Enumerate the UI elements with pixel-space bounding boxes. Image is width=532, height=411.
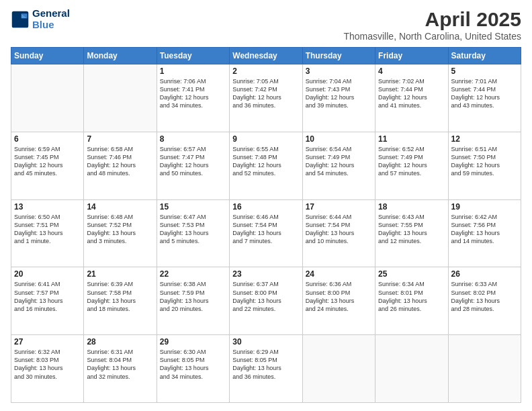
day-info: Sunrise: 6:55 AM Sunset: 7:48 PM Dayligh… (232, 145, 299, 178)
calendar-cell: 12Sunrise: 6:51 AM Sunset: 7:50 PM Dayli… (448, 132, 521, 199)
day-info: Sunrise: 7:02 AM Sunset: 7:44 PM Dayligh… (378, 77, 445, 110)
calendar-cell (375, 335, 448, 403)
calendar-week-row: 13Sunrise: 6:50 AM Sunset: 7:51 PM Dayli… (11, 199, 521, 267)
calendar-cell: 6Sunrise: 6:59 AM Sunset: 7:45 PM Daylig… (11, 132, 84, 199)
calendar-cell: 3Sunrise: 7:04 AM Sunset: 7:43 PM Daylig… (302, 64, 375, 132)
calendar-cell: 14Sunrise: 6:48 AM Sunset: 7:52 PM Dayli… (84, 199, 157, 267)
calendar-cell: 13Sunrise: 6:50 AM Sunset: 7:51 PM Dayli… (11, 199, 84, 267)
calendar-cell: 28Sunrise: 6:31 AM Sunset: 8:04 PM Dayli… (84, 335, 157, 403)
calendar-cell: 19Sunrise: 6:42 AM Sunset: 7:56 PM Dayli… (448, 199, 521, 267)
calendar-week-row: 1Sunrise: 7:06 AM Sunset: 7:41 PM Daylig… (11, 64, 521, 132)
day-number: 1 (160, 66, 226, 76)
calendar-cell: 5Sunrise: 7:01 AM Sunset: 7:44 PM Daylig… (448, 64, 521, 132)
day-number: 24 (306, 269, 372, 279)
main-title: April 2025 (343, 8, 521, 31)
day-number: 13 (14, 202, 81, 212)
day-info: Sunrise: 6:52 AM Sunset: 7:49 PM Dayligh… (378, 145, 445, 178)
day-info: Sunrise: 6:30 AM Sunset: 8:05 PM Dayligh… (160, 348, 226, 381)
day-number: 27 (14, 337, 81, 347)
day-info: Sunrise: 6:54 AM Sunset: 7:49 PM Dayligh… (306, 145, 372, 178)
day-number: 19 (451, 202, 518, 212)
calendar-cell: 8Sunrise: 6:57 AM Sunset: 7:47 PM Daylig… (157, 132, 229, 199)
calendar-cell: 25Sunrise: 6:34 AM Sunset: 8:01 PM Dayli… (375, 267, 448, 335)
calendar-cell: 4Sunrise: 7:02 AM Sunset: 7:44 PM Daylig… (375, 64, 448, 132)
day-number: 5 (451, 66, 518, 76)
calendar-cell: 9Sunrise: 6:55 AM Sunset: 7:48 PM Daylig… (230, 132, 302, 199)
calendar-header-row: SundayMondayTuesdayWednesdayThursdayFrid… (11, 48, 521, 64)
calendar-cell: 10Sunrise: 6:54 AM Sunset: 7:49 PM Dayli… (302, 132, 375, 199)
day-info: Sunrise: 6:48 AM Sunset: 7:52 PM Dayligh… (87, 213, 153, 246)
day-number: 12 (451, 134, 518, 144)
calendar-cell: 1Sunrise: 7:06 AM Sunset: 7:41 PM Daylig… (157, 64, 229, 132)
day-number: 23 (232, 269, 299, 279)
day-info: Sunrise: 6:32 AM Sunset: 8:03 PM Dayligh… (14, 348, 81, 381)
day-number: 18 (378, 202, 445, 212)
calendar-cell: 26Sunrise: 6:33 AM Sunset: 8:02 PM Dayli… (448, 267, 521, 335)
calendar-cell: 17Sunrise: 6:44 AM Sunset: 7:54 PM Dayli… (302, 199, 375, 267)
calendar-cell: 11Sunrise: 6:52 AM Sunset: 7:49 PM Dayli… (375, 132, 448, 199)
day-info: Sunrise: 6:37 AM Sunset: 8:00 PM Dayligh… (232, 280, 299, 313)
day-info: Sunrise: 6:50 AM Sunset: 7:51 PM Dayligh… (14, 213, 81, 246)
day-number: 2 (232, 66, 299, 76)
weekday-header: Monday (84, 48, 157, 64)
logo-text: General Blue (32, 8, 70, 30)
day-info: Sunrise: 6:41 AM Sunset: 7:57 PM Dayligh… (14, 280, 81, 313)
day-info: Sunrise: 6:39 AM Sunset: 7:58 PM Dayligh… (87, 280, 153, 313)
weekday-header: Wednesday (230, 48, 302, 64)
calendar-table: SundayMondayTuesdayWednesdayThursdayFrid… (11, 47, 521, 403)
calendar-cell: 27Sunrise: 6:32 AM Sunset: 8:03 PM Dayli… (11, 335, 84, 403)
day-number: 9 (232, 134, 299, 144)
weekday-header: Saturday (448, 48, 521, 64)
logo-line1: General (32, 8, 70, 19)
day-info: Sunrise: 6:34 AM Sunset: 8:01 PM Dayligh… (378, 280, 445, 313)
calendar-cell: 7Sunrise: 6:58 AM Sunset: 7:46 PM Daylig… (84, 132, 157, 199)
day-number: 21 (87, 269, 153, 279)
calendar-cell (448, 335, 521, 403)
header: General Blue April 2025 Thomasville, Nor… (11, 8, 521, 42)
day-number: 4 (378, 66, 445, 76)
calendar-cell (11, 64, 84, 132)
day-info: Sunrise: 6:58 AM Sunset: 7:46 PM Dayligh… (87, 145, 153, 178)
page: General Blue April 2025 Thomasville, Nor… (0, 0, 532, 411)
day-number: 28 (87, 337, 153, 347)
day-info: Sunrise: 6:46 AM Sunset: 7:54 PM Dayligh… (232, 213, 299, 246)
day-number: 10 (306, 134, 372, 144)
subtitle: Thomasville, North Carolina, United Stat… (343, 31, 521, 42)
weekday-header: Tuesday (157, 48, 229, 64)
calendar-week-row: 27Sunrise: 6:32 AM Sunset: 8:03 PM Dayli… (11, 335, 521, 403)
day-number: 26 (451, 269, 518, 279)
calendar-week-row: 20Sunrise: 6:41 AM Sunset: 7:57 PM Dayli… (11, 267, 521, 335)
day-info: Sunrise: 6:57 AM Sunset: 7:47 PM Dayligh… (160, 145, 226, 178)
day-number: 17 (306, 202, 372, 212)
calendar-cell: 21Sunrise: 6:39 AM Sunset: 7:58 PM Dayli… (84, 267, 157, 335)
calendar-cell: 2Sunrise: 7:05 AM Sunset: 7:42 PM Daylig… (230, 64, 302, 132)
day-info: Sunrise: 6:47 AM Sunset: 7:53 PM Dayligh… (160, 213, 226, 246)
day-info: Sunrise: 6:42 AM Sunset: 7:56 PM Dayligh… (451, 213, 518, 246)
title-block: April 2025 Thomasville, North Carolina, … (343, 8, 521, 42)
day-number: 20 (14, 269, 81, 279)
day-number: 25 (378, 269, 445, 279)
day-info: Sunrise: 6:59 AM Sunset: 7:45 PM Dayligh… (14, 145, 81, 178)
day-number: 8 (160, 134, 226, 144)
weekday-header: Friday (375, 48, 448, 64)
day-number: 14 (87, 202, 153, 212)
logo-line2: Blue (32, 19, 70, 31)
day-number: 6 (14, 134, 81, 144)
weekday-header: Thursday (302, 48, 375, 64)
day-info: Sunrise: 6:33 AM Sunset: 8:02 PM Dayligh… (451, 280, 518, 313)
logo: General Blue (11, 8, 70, 30)
calendar-week-row: 6Sunrise: 6:59 AM Sunset: 7:45 PM Daylig… (11, 132, 521, 199)
calendar-cell: 18Sunrise: 6:43 AM Sunset: 7:55 PM Dayli… (375, 199, 448, 267)
day-number: 30 (232, 337, 299, 347)
calendar-cell: 30Sunrise: 6:29 AM Sunset: 8:05 PM Dayli… (230, 335, 302, 403)
day-info: Sunrise: 6:29 AM Sunset: 8:05 PM Dayligh… (232, 348, 299, 381)
day-info: Sunrise: 6:36 AM Sunset: 8:00 PM Dayligh… (306, 280, 372, 313)
calendar-cell (84, 64, 157, 132)
weekday-header: Sunday (11, 48, 84, 64)
calendar-cell (302, 335, 375, 403)
calendar-cell: 15Sunrise: 6:47 AM Sunset: 7:53 PM Dayli… (157, 199, 229, 267)
day-info: Sunrise: 7:01 AM Sunset: 7:44 PM Dayligh… (451, 77, 518, 110)
day-info: Sunrise: 6:51 AM Sunset: 7:50 PM Dayligh… (451, 145, 518, 178)
calendar-cell: 16Sunrise: 6:46 AM Sunset: 7:54 PM Dayli… (230, 199, 302, 267)
day-number: 11 (378, 134, 445, 144)
